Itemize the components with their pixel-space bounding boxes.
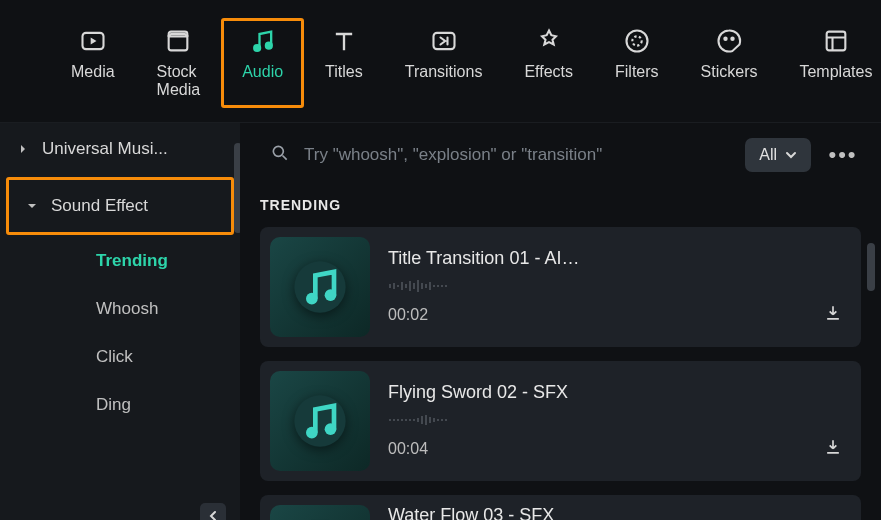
stock-media-icon <box>164 27 192 55</box>
tab-transitions[interactable]: Transitions <box>384 18 504 108</box>
top-tabs: Media Stock Media Audio Titles Transitio… <box>0 0 881 123</box>
filter-label: All <box>759 146 777 164</box>
content-scrollbar[interactable] <box>867 243 875 291</box>
audio-item-title: Flying Sword 02 - SFX <box>388 382 588 403</box>
audio-item[interactable]: Flying Sword 02 - SFX 00:04 <box>260 361 861 481</box>
svg-point-1 <box>254 45 260 51</box>
chevron-down-icon <box>785 151 797 159</box>
tab-label: Titles <box>325 63 363 81</box>
svg-point-9 <box>273 146 283 156</box>
tab-label: Transitions <box>405 63 483 81</box>
search-input[interactable] <box>304 145 731 165</box>
media-icon <box>79 27 107 55</box>
sidebar-section-sound-effect-highlight: Sound Effect <box>6 177 234 235</box>
svg-point-2 <box>266 43 272 49</box>
audio-thumbnail <box>270 237 370 337</box>
svg-point-10 <box>294 261 345 312</box>
waveform-icon <box>388 279 588 293</box>
content: All ••• TRENDING Title Transition 01 - A… <box>240 123 881 520</box>
tab-label: Media <box>71 63 115 81</box>
tab-label: Stock Media <box>157 63 201 99</box>
tab-label: Effects <box>524 63 573 81</box>
audio-item-duration: 00:02 <box>388 306 428 324</box>
content-heading: TRENDING <box>260 197 861 213</box>
tab-label: Templates <box>799 63 872 81</box>
effects-icon <box>535 27 563 55</box>
svg-point-11 <box>306 293 318 305</box>
audio-item-main: Title Transition 01 - AIS... 00:02 <box>388 248 843 327</box>
sidebar-section-universal-music[interactable]: Universal Musi... <box>0 123 240 175</box>
audio-item[interactable]: Water Flow 03 - SFX <box>260 495 861 520</box>
tab-label: Filters <box>615 63 659 81</box>
sidebar-item-label: Whoosh <box>96 299 158 318</box>
sidebar-section-label: Sound Effect <box>51 196 148 216</box>
tab-templates[interactable]: Templates <box>778 18 881 108</box>
tab-stickers[interactable]: Stickers <box>680 18 779 108</box>
search-icon <box>270 143 290 168</box>
svg-point-30 <box>325 423 337 435</box>
download-button[interactable] <box>823 437 843 461</box>
search-wrap <box>260 143 731 168</box>
audio-thumbnail <box>270 505 370 520</box>
tab-stock-media[interactable]: Stock Media <box>136 18 222 108</box>
download-button[interactable] <box>823 303 843 327</box>
svg-point-7 <box>731 38 733 40</box>
tab-filters[interactable]: Filters <box>594 18 680 108</box>
sidebar-item-label: Trending <box>96 251 168 270</box>
sidebar-section-label: Universal Musi... <box>42 139 168 159</box>
svg-point-12 <box>325 289 337 301</box>
sidebar-item-label: Ding <box>96 395 131 414</box>
audio-item-title: Water Flow 03 - SFX <box>388 505 588 520</box>
sidebar: Universal Musi... Sound Effect Trending … <box>0 123 240 520</box>
tab-media[interactable]: Media <box>50 18 136 108</box>
svg-point-28 <box>294 395 345 446</box>
items-list: Title Transition 01 - AIS... 00:02 F <box>260 227 861 520</box>
audio-item-duration: 00:04 <box>388 440 428 458</box>
sidebar-item-whoosh[interactable]: Whoosh <box>0 285 240 333</box>
tab-titles[interactable]: Titles <box>304 18 384 108</box>
more-button[interactable]: ••• <box>825 137 861 173</box>
svg-point-4 <box>626 31 647 52</box>
svg-point-6 <box>724 38 726 40</box>
main: Universal Musi... Sound Effect Trending … <box>0 123 881 520</box>
download-icon <box>823 303 843 323</box>
stickers-icon <box>715 27 743 55</box>
audio-item-title: Title Transition 01 - AIS... <box>388 248 588 269</box>
sidebar-item-trending[interactable]: Trending <box>0 237 240 285</box>
download-icon <box>823 437 843 457</box>
audio-item[interactable]: Title Transition 01 - AIS... 00:02 <box>260 227 861 347</box>
svg-rect-8 <box>827 32 846 51</box>
chevron-right-icon <box>18 144 28 154</box>
audio-thumbnail <box>270 371 370 471</box>
sidebar-collapse-button[interactable] <box>200 503 226 520</box>
filters-icon <box>623 27 651 55</box>
ellipsis-icon: ••• <box>828 142 857 168</box>
tab-effects[interactable]: Effects <box>503 18 594 108</box>
sidebar-section-sound-effect[interactable]: Sound Effect <box>9 180 231 232</box>
audio-item-main: Flying Sword 02 - SFX 00:04 <box>388 382 843 461</box>
svg-point-29 <box>306 427 318 439</box>
sidebar-item-click[interactable]: Click <box>0 333 240 381</box>
audio-icon <box>249 27 277 55</box>
sidebar-item-ding[interactable]: Ding <box>0 381 240 429</box>
transitions-icon <box>430 27 458 55</box>
waveform-icon <box>388 413 588 427</box>
filter-dropdown[interactable]: All <box>745 138 811 172</box>
svg-point-5 <box>632 36 641 45</box>
chevron-left-icon <box>208 510 218 520</box>
templates-icon <box>822 27 850 55</box>
content-top-bar: All ••• <box>260 137 861 173</box>
tab-audio[interactable]: Audio <box>221 18 304 108</box>
chevron-down-icon <box>27 202 37 210</box>
tab-label: Stickers <box>701 63 758 81</box>
titles-icon <box>330 27 358 55</box>
tab-label: Audio <box>242 63 283 81</box>
sidebar-item-label: Click <box>96 347 133 366</box>
audio-item-main: Water Flow 03 - SFX <box>388 505 843 520</box>
